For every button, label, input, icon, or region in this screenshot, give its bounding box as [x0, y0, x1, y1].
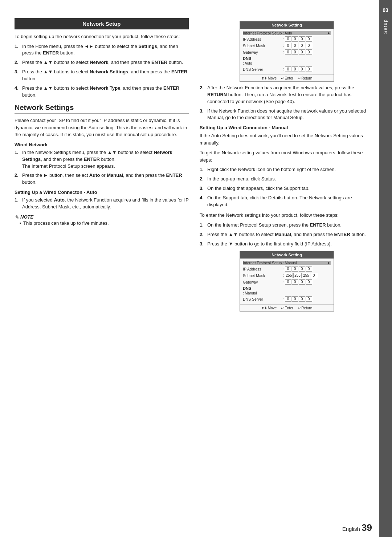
tv-row-ip-manual: IP Address : 0 0 0 0 — [243, 266, 331, 272]
tv-row-dns-manual: : Manual — [243, 291, 331, 295]
auto-steps-list: 1. If you selected Auto, the Network Fun… — [15, 197, 189, 211]
tv-footer-move: ⬆⬇ Move — [261, 76, 277, 80]
tv-panel-title: Network Setting — [240, 21, 334, 29]
list-item: 3. If the Network Function does not acqu… — [200, 108, 374, 122]
tv-row-dns-server-manual: DNS Server : 0 0 0 0 — [243, 296, 331, 302]
tv-panel-auto: Network Setting Internet Protocol Setup … — [240, 21, 334, 82]
note-box: ✎ NOTE This process can take up to five … — [15, 214, 189, 227]
tv-footer-manual-enter: ↵ Enter — [281, 306, 293, 310]
side-tab-label: Setup — [383, 19, 388, 34]
setting-manual-heading: Setting Up a Wired Connecton - Manual — [200, 125, 374, 130]
wired-steps-list: 1. In the Network Settings menu, press t… — [15, 149, 189, 186]
tv-footer-manual-return: ↩ Return — [298, 306, 312, 310]
setting-auto-heading: Setting Up a Wired Connecton - Auto — [15, 190, 189, 195]
right-column: Network Setting Internet Protocol Setup … — [200, 18, 374, 314]
manual-steps-list: 1. Right click the Network icon on the b… — [200, 166, 374, 208]
manual-intro: If the Auto Setting does not work, you'l… — [200, 132, 374, 146]
network-setup-title: Network Setup — [82, 21, 121, 27]
wired-network-heading: Wired Network — [15, 142, 189, 147]
network-settings-section-title: Network Settings — [15, 103, 189, 114]
list-item: 1. Right click the Network icon on the b… — [200, 166, 374, 173]
tv-row-gateway: Gateway : 0 0 0 0 — [243, 49, 331, 55]
list-item: 3. Press the ▼ button to go to the first… — [200, 241, 374, 248]
list-item: 4. Press the ▲▼ buttons to select Networ… — [15, 85, 189, 99]
tv-footer-manual-move: ⬆⬇ Move — [261, 306, 277, 310]
list-item: 2. Press the ▲▼ buttons to select Networ… — [15, 59, 189, 66]
list-item: 2. In the pop-up menu, click Status. — [200, 176, 374, 183]
page-footer: English 39 — [342, 522, 372, 533]
manual-intro2: To get the Network setting values from m… — [200, 149, 374, 163]
main-content: Network Setup To begin setting up the ne… — [15, 18, 374, 522]
steps-after-tv1: 2. After the Network Function has acquir… — [200, 85, 374, 121]
list-item: 1. If you selected Auto, the Network Fun… — [15, 197, 189, 211]
tv-row-protocol: Internet Protocol Setup : Auto ► — [243, 31, 331, 35]
list-item: 2. Press the ▲▼ buttons to select Manual… — [200, 231, 374, 238]
tv-row-subnet-manual: Subnet Mask : 255 255 255 0 — [243, 273, 331, 278]
dns-manual-label: DNS — [243, 286, 331, 290]
tv-row-dns-server: DNS Server : 0 0 0 0 — [243, 66, 331, 72]
tv-footer-return: ↩ Return — [298, 76, 312, 80]
page-number: 39 — [362, 522, 372, 533]
list-item: 3. On the dialog that appears, click the… — [200, 185, 374, 192]
tv-row-subnet: Subnet Mask : 0 0 0 0 — [243, 43, 331, 48]
side-tab: 03 Setup — [379, 0, 392, 537]
tv-panel-manual-title: Network Setting — [240, 251, 334, 259]
manual-enter-steps: 1. On the Internet Protocol Setup screen… — [200, 222, 374, 248]
list-item: 3. Press the ▲▼ buttons to select Networ… — [15, 69, 189, 82]
two-column-layout: Network Setup To begin setting up the ne… — [15, 18, 374, 314]
network-settings-body: Please contact your ISP to find out if y… — [15, 117, 189, 138]
tv-row-dns-auto: : Auto — [243, 61, 331, 65]
side-tab-number: 03 — [383, 7, 388, 13]
tv-row-protocol-manual: Internet Protocol Setup : Manual ► — [243, 261, 331, 265]
tv-panel-manual: Network Setting Internet Protocol Setup … — [240, 251, 334, 312]
list-item: 2. After the Network Function has acquir… — [200, 85, 374, 105]
list-item: 2. Press the ► button, then select Auto … — [15, 172, 189, 186]
intro-text: To begin setting up the network connecti… — [15, 33, 189, 40]
left-column: Network Setup To begin setting up the ne… — [15, 18, 189, 314]
note-content: This process can take up to five minutes… — [20, 220, 189, 227]
note-icon: ✎ — [15, 214, 19, 220]
list-item: This process can take up to five minutes… — [20, 220, 189, 227]
dns-label: DNS — [243, 56, 331, 61]
list-item: 4. On the Support tab, click the Details… — [200, 195, 374, 208]
setup-steps-list: 1. In the Home menu, press the ◄► button… — [15, 43, 189, 99]
network-setup-box: Network Setup — [15, 18, 189, 29]
list-item: 1. In the Home menu, press the ◄► button… — [15, 43, 189, 57]
tv-panel-body: Internet Protocol Setup : Auto ► IP Addr… — [240, 29, 334, 74]
tv-panel-manual-body: Internet Protocol Setup : Manual ► IP Ad… — [240, 259, 334, 304]
tv-footer-enter: ↵ Enter — [281, 76, 293, 80]
tv-footer-manual: ⬆⬇ Move ↵ Enter ↩ Return — [240, 304, 334, 311]
list-item: 1. On the Internet Protocol Setup screen… — [200, 222, 374, 229]
tv-row-ip: IP Address : 0 0 0 0 — [243, 36, 331, 42]
tv-footer: ⬆⬇ Move ↵ Enter ↩ Return — [240, 74, 334, 81]
list-item: 1. In the Network Settings menu, press t… — [15, 149, 189, 170]
english-label: English — [342, 526, 360, 532]
note-label: ✎ NOTE — [15, 214, 189, 220]
tv-row-gateway-manual: Gateway : 0 0 0 0 — [243, 279, 331, 285]
manual-enter-intro: To enter the Network settings into your … — [200, 212, 374, 219]
